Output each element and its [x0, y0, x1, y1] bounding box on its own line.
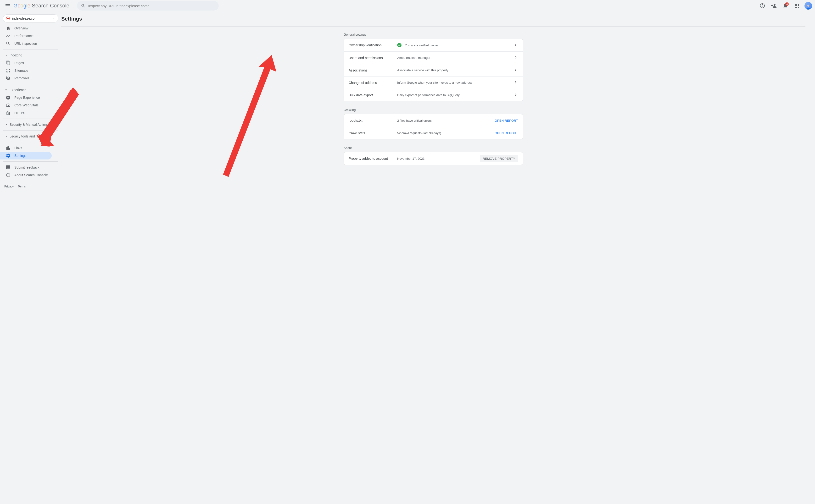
property-icon [6, 16, 10, 20]
row-label: Change of address [349, 81, 397, 85]
sidebar-item-settings[interactable]: Settings [0, 152, 52, 159]
section-label: Experience [10, 88, 26, 92]
remove-property-button[interactable]: REMOVE PROPERTY [480, 155, 518, 162]
sidebar-item-pages[interactable]: Pages [0, 59, 52, 67]
row-detail: Inform Google when your site moves to a … [397, 81, 513, 84]
sidebar-section-legacy[interactable]: Legacy tools and reports [0, 132, 61, 140]
chevron-right-icon [513, 92, 518, 98]
nav-label: Performance [14, 34, 33, 38]
row-detail: Amos Bastian, manager [397, 56, 513, 60]
nav-label: Core Web Vitals [14, 103, 38, 107]
pages-icon [6, 60, 11, 65]
section-label: Security & Manual Actions [10, 123, 49, 126]
lock-icon [6, 110, 11, 115]
help-icon[interactable] [758, 1, 767, 11]
chevron-right-icon [513, 55, 518, 60]
chevron-right-icon [513, 67, 518, 73]
row-detail: You are a verified owner [405, 44, 438, 47]
section-about: About [344, 145, 523, 152]
row-robots[interactable]: robots.txt 2 files have critical errors … [344, 114, 523, 127]
sidebar-item-core-web-vitals[interactable]: Core Web Vitals [0, 101, 52, 109]
chevron-right-icon [513, 80, 518, 85]
open-report-button[interactable]: OPEN REPORT [495, 119, 518, 122]
sidebar-item-about[interactable]: About Search Console [0, 171, 52, 179]
sidebar-item-removals[interactable]: Removals [0, 74, 52, 82]
sidebar-item-performance[interactable]: Performance [0, 32, 52, 40]
sitemap-icon [6, 68, 11, 73]
chevron-right-icon [4, 134, 9, 138]
notifications-icon[interactable]: 4 [781, 1, 790, 11]
nav-label: About Search Console [14, 173, 48, 177]
section-label: Indexing [10, 53, 22, 57]
section-general: General settings [344, 31, 523, 39]
search-icon [6, 41, 11, 46]
trend-icon [6, 33, 11, 38]
row-label: Associations [349, 68, 397, 72]
property-domain: indexplease.com [12, 16, 51, 20]
row-bulk-export[interactable]: Bulk data export Daily export of perform… [344, 89, 523, 101]
search-input[interactable] [88, 4, 215, 8]
terms-link[interactable]: Terms [18, 185, 26, 188]
hide-icon [6, 76, 11, 81]
info-icon [6, 173, 11, 177]
row-detail: November 17, 2023 [397, 157, 480, 160]
apps-icon[interactable] [792, 1, 802, 11]
sidebar-item-sitemaps[interactable]: Sitemaps [0, 67, 52, 74]
svg-point-0 [807, 5, 810, 7]
svg-point-2 [7, 18, 9, 19]
general-settings-card: Ownership verification You are a verifie… [344, 39, 523, 101]
product-logo[interactable]: Google Search Console [13, 3, 69, 9]
nav-label: Overview [14, 26, 28, 30]
account-avatar[interactable] [804, 2, 812, 10]
row-label: Crawl stats [349, 131, 397, 135]
row-detail: Associate a service with this property [397, 68, 513, 72]
product-name: Search Console [32, 3, 69, 9]
row-change-address[interactable]: Change of address Inform Google when you… [344, 76, 523, 89]
add-user-icon[interactable] [769, 1, 779, 11]
row-property-added: Property added to account November 17, 2… [344, 152, 523, 165]
sidebar-item-page-experience[interactable]: Page Experience [0, 94, 52, 101]
sidebar-item-overview[interactable]: Overview [0, 24, 52, 32]
sidebar-item-links[interactable]: Links [0, 144, 52, 152]
sidebar-item-https[interactable]: HTTPS [0, 109, 52, 117]
row-associations[interactable]: Associations Associate a service with th… [344, 64, 523, 76]
links-icon [6, 146, 11, 150]
nav-label: Sitemaps [14, 69, 28, 72]
row-crawl-stats[interactable]: Crawl stats 52 crawl requests (last 90 d… [344, 127, 523, 139]
privacy-link[interactable]: Privacy [4, 185, 14, 188]
row-users[interactable]: Users and permissions Amos Bastian, mana… [344, 51, 523, 64]
row-label: Property added to account [349, 157, 397, 160]
nav-label: Links [14, 146, 22, 150]
sidebar-section-security[interactable]: Security & Manual Actions [0, 121, 61, 128]
property-selector[interactable]: indexplease.com [3, 14, 58, 22]
nav-label: Page Experience [14, 96, 40, 99]
row-detail: Daily export of performance data to BigQ… [397, 93, 513, 97]
open-report-button[interactable]: OPEN REPORT [495, 131, 518, 135]
gear-icon [6, 153, 11, 158]
nav-label: Removals [14, 76, 29, 80]
row-detail: 52 crawl requests (last 90 days) [397, 131, 495, 135]
sidebar: indexplease.com Overview Performance URL… [0, 11, 61, 194]
sidebar-item-feedback[interactable]: Submit feedback [0, 164, 52, 171]
row-ownership[interactable]: Ownership verification You are a verifie… [344, 39, 523, 51]
check-icon [397, 43, 402, 47]
sidebar-section-experience[interactable]: Experience [0, 86, 61, 94]
notification-badge: 4 [785, 2, 789, 6]
home-icon [6, 26, 11, 31]
crawling-card: robots.txt 2 files have critical errors … [344, 114, 523, 139]
nav-label: Pages [14, 61, 24, 65]
url-inspection-search[interactable] [77, 1, 219, 11]
section-label: Legacy tools and reports [10, 134, 46, 138]
menu-icon[interactable] [3, 1, 12, 11]
nav-label: Settings [14, 154, 27, 158]
sidebar-section-indexing[interactable]: Indexing [0, 51, 61, 59]
page-title: Settings [61, 11, 805, 26]
chevron-down-icon [4, 53, 9, 57]
row-label: Ownership verification [349, 43, 397, 47]
nav-label: URL inspection [14, 42, 37, 45]
circle-plus-icon [6, 95, 11, 100]
chevron-right-icon [513, 43, 518, 48]
row-label: Users and permissions [349, 56, 397, 60]
sidebar-item-url-inspection[interactable]: URL inspection [0, 40, 52, 47]
about-card: Property added to account November 17, 2… [344, 152, 523, 165]
